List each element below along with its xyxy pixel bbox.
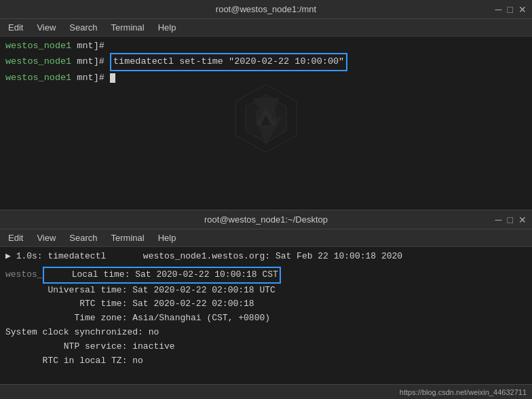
top-menu-search[interactable]: Search <box>64 21 102 34</box>
top-close-button[interactable]: ✕ <box>518 5 527 14</box>
info-line-rtc: RTC time: Sat 2020-02-22 02:00:18 <box>5 297 527 311</box>
terminal-line-1: westos_node1 mnt]# <box>5 39 527 53</box>
info-line-ntp: NTP service: inactive <box>5 340 527 354</box>
status-line: ▶ 1.0s: timedatectl westos_node1.westos.… <box>5 250 527 264</box>
top-terminal: root@westos_node1:/mnt ─ □ ✕ Edit View S… <box>0 0 532 210</box>
bottom-menu-edit[interactable]: Edit <box>3 231 28 244</box>
top-menu-terminal[interactable]: Terminal <box>106 21 150 34</box>
bottom-maximize-button[interactable]: □ <box>508 215 513 225</box>
info-line-sync: System clock synchronized: no <box>5 326 527 340</box>
bottom-window-controls: ─ □ ✕ <box>495 215 527 225</box>
info-line-universal: Universal time: Sat 2020-02-22 02:00:18 … <box>5 284 527 298</box>
top-menu-help[interactable]: Help <box>153 21 182 34</box>
top-menu-view[interactable]: View <box>31 21 61 34</box>
local-time-highlight: Local time: Sat 2020-02-22 10:00:18 CST <box>43 267 281 284</box>
top-maximize-button[interactable]: □ <box>508 5 513 14</box>
bottom-menu-terminal[interactable]: Terminal <box>106 231 150 244</box>
bottom-menu-search[interactable]: Search <box>64 231 102 244</box>
top-menu-edit[interactable]: Edit <box>3 21 28 34</box>
top-terminal-body: westos_node1 mnt]# westos_node1 mnt]# ti… <box>0 37 532 210</box>
top-menu-bar: Edit View Search Terminal Help <box>0 19 532 37</box>
footer-link: https://blog.csdn.net/weixin_44632711 <box>400 388 527 396</box>
info-line-local: westos_ Local time: Sat 2020-02-22 10:00… <box>5 267 527 284</box>
command-highlight: timedatectl set-time "2020-02-22 10:00:0… <box>110 53 347 71</box>
top-minimize-button[interactable]: ─ <box>495 5 502 14</box>
info-line-rtc-local: RTC in local TZ: no <box>5 354 527 368</box>
bottom-menu-view[interactable]: View <box>31 231 61 244</box>
terminal-cursor <box>110 73 115 83</box>
info-line-timezone: Time zone: Asia/Shanghai (CST, +0800) <box>5 311 527 326</box>
bottom-terminal: root@westos_node1:~/Desktop ─ □ ✕ Edit V… <box>0 210 532 399</box>
bottom-menu-bar: Edit View Search Terminal Help <box>0 229 532 247</box>
bottom-terminal-title: root@westos_node1:~/Desktop <box>204 214 328 225</box>
top-window-controls: ─ □ ✕ <box>495 5 527 14</box>
bottom-close-button[interactable]: ✕ <box>518 215 527 225</box>
top-title-bar: root@westos_node1:/mnt ─ □ ✕ <box>0 0 532 19</box>
westos-logo-watermark <box>225 81 307 166</box>
top-terminal-title: root@westos_node1:/mnt <box>216 4 316 14</box>
bottom-title-bar: root@westos_node1:~/Desktop ─ □ ✕ <box>0 210 532 229</box>
bottom-minimize-button[interactable]: ─ <box>495 215 502 225</box>
terminal-line-2: westos_node1 mnt]# timedatectl set-time … <box>5 53 527 71</box>
info-block: westos_ Local time: Sat 2020-02-22 10:00… <box>5 267 527 368</box>
bottom-terminal-body: ▶ 1.0s: timedatectl westos_node1.westos.… <box>0 247 532 384</box>
bottom-bar: https://blog.csdn.net/weixin_44632711 <box>0 384 532 399</box>
bottom-menu-help[interactable]: Help <box>153 231 182 244</box>
